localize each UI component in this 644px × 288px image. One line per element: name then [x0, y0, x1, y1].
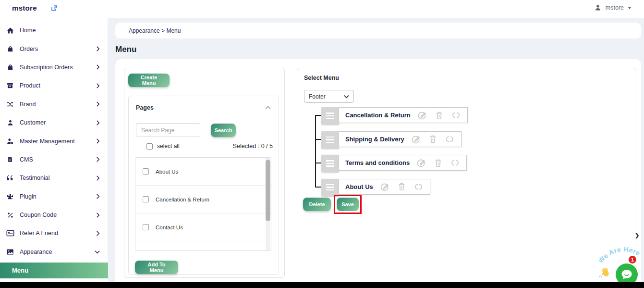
shopping-bag-icon: [5, 63, 15, 71]
menu-select[interactable]: Footer: [304, 90, 354, 103]
external-link-icon[interactable]: [51, 5, 58, 12]
archive-box-icon: [5, 82, 15, 89]
user-menu[interactable]: mstore: [594, 4, 632, 12]
selected-count: Selected : 0 / 5: [233, 143, 273, 150]
search-page-input[interactable]: [136, 123, 200, 137]
edit-icon[interactable]: [417, 110, 427, 120]
user-menu-label: mstore: [606, 4, 624, 11]
topbar: mstore mstore: [0, 0, 644, 18]
chevron-right-icon: [96, 64, 100, 70]
trash-icon[interactable]: [397, 182, 407, 192]
user-avatar-icon: [594, 4, 602, 12]
select-menu-label: Select Menu: [304, 75, 339, 81]
sidebar-item-plugin[interactable]: Plugin: [0, 188, 108, 206]
drag-handle[interactable]: [321, 131, 339, 149]
document-icon: [5, 156, 15, 163]
menu-item-row: Cancellation & Return: [321, 107, 468, 125]
page-label: Cancellation & Return: [156, 197, 209, 202]
sidebar-item-menu-active[interactable]: Menu: [0, 263, 108, 278]
search-button[interactable]: Search: [211, 124, 236, 137]
select-all-checkbox[interactable]: [146, 143, 153, 150]
chevron-right-icon: [96, 83, 100, 88]
page-row[interactable]: Contact Us: [135, 213, 271, 241]
chevron-right-icon: [96, 175, 100, 181]
page-checkbox[interactable]: [143, 224, 149, 230]
trash-icon[interactable]: [433, 158, 443, 168]
unlink-icon[interactable]: [450, 158, 460, 168]
drag-handle[interactable]: [321, 107, 339, 125]
card-icon: [5, 230, 15, 237]
trash-icon[interactable]: [434, 110, 444, 120]
breadcrumb: Appearance > Menu: [115, 23, 641, 38]
delete-button[interactable]: Delete: [303, 198, 331, 211]
page-row[interactable]: Shipping & Delivery: [135, 241, 271, 251]
drag-handle[interactable]: [321, 155, 339, 172]
edit-icon[interactable]: [380, 182, 390, 192]
chevron-right-icon: [96, 231, 100, 236]
chevron-right-icon: [96, 213, 100, 218]
page-checkbox[interactable]: [143, 196, 149, 202]
sidebar-item-subscription-orders[interactable]: Subscription Orders: [0, 58, 108, 76]
quote-icon: [5, 175, 15, 181]
chat-bubble-icon: [620, 269, 633, 280]
save-button[interactable]: Save: [337, 198, 359, 211]
drag-handle[interactable]: [321, 179, 339, 196]
tree-line: [315, 115, 316, 187]
chevron-up-icon[interactable]: [265, 106, 271, 110]
shopping-bag-icon: [5, 45, 15, 52]
page-row[interactable]: About Us: [135, 158, 271, 186]
person-icon: [5, 119, 15, 126]
menu-item-row: Terms and conditions: [321, 155, 467, 172]
person-gear-icon: [5, 138, 15, 145]
menu-item-row: About Us: [321, 179, 430, 196]
selected-menu-value: Footer: [309, 93, 344, 100]
page-label: Contact Us: [156, 225, 183, 230]
chevron-right-icon: [96, 138, 100, 144]
add-to-menu-button[interactable]: Add To Menu: [135, 261, 178, 274]
sidebar-item-appearance[interactable]: Appearance: [0, 243, 108, 261]
chevron-right-icon: [96, 120, 100, 125]
page-row[interactable]: Cancellation & Return: [135, 186, 271, 213]
chevron-right-icon: [96, 46, 100, 51]
chevron-right-icon: [96, 194, 100, 199]
menu-item-label: About Us: [345, 183, 373, 190]
trash-icon[interactable]: [428, 134, 438, 144]
sidebar-item-customer[interactable]: Customer: [0, 113, 108, 132]
panel-expander-chevron[interactable]: ❯: [635, 232, 639, 238]
sidebar-item-product[interactable]: Product: [0, 76, 108, 95]
menu-tree: Cancellation & Return Shipping & Deliver…: [297, 107, 637, 199]
edit-icon[interactable]: [416, 158, 426, 168]
scrollbar-thumb[interactable]: [266, 160, 270, 221]
chevron-right-icon: [96, 157, 100, 162]
unlink-icon[interactable]: [413, 182, 424, 192]
save-button-highlight: Save: [334, 195, 362, 214]
sidebar-item-testimonial[interactable]: Testimonial: [0, 169, 108, 187]
edit-icon[interactable]: [411, 134, 421, 144]
page-label: About Us: [156, 169, 178, 175]
sidebar-item-orders[interactable]: Orders: [0, 39, 108, 58]
waving-hand-icon: [599, 267, 612, 279]
menu-item-row: Shipping & Delivery: [321, 131, 462, 149]
create-menu-button[interactable]: Create Menu: [128, 74, 170, 87]
sidebar: Home Orders Subscription Orders Product …: [0, 18, 108, 288]
pages-section-title: Pages: [136, 104, 265, 111]
bottom-black-bar: [0, 282, 644, 288]
unlink-icon[interactable]: [445, 134, 455, 144]
unlink-icon[interactable]: [451, 110, 461, 120]
chat-badge: 1: [628, 255, 637, 264]
chevron-right-icon: [96, 101, 100, 107]
shuffle-icon: [5, 100, 15, 108]
home-icon: [5, 26, 15, 35]
percent-icon: [5, 212, 15, 219]
chat-arc-text: We Are Here: [599, 241, 644, 266]
sidebar-item-cms[interactable]: CMS: [0, 150, 108, 169]
sidebar-item-home[interactable]: Home: [0, 21, 108, 39]
sidebar-item-coupon-code[interactable]: Coupon Code: [0, 206, 108, 224]
page-checkbox[interactable]: [143, 168, 149, 175]
menu-panel: Select Menu Footer Cancellation & Return: [297, 68, 636, 288]
sidebar-item-master-management[interactable]: Master Management: [0, 132, 108, 150]
sidebar-item-brand[interactable]: Brand: [0, 95, 108, 113]
chevron-down-icon: [344, 95, 349, 99]
sidebar-item-refer-a-friend[interactable]: Refer A Friend: [0, 224, 108, 242]
menu-item-label: Shipping & Delivery: [345, 136, 404, 143]
